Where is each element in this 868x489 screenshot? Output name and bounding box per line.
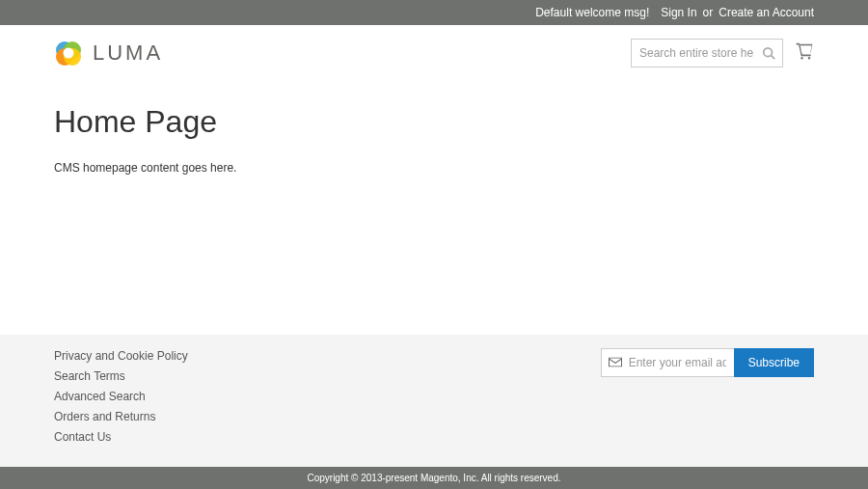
search-button[interactable] (754, 39, 783, 68)
header: LUMA (0, 25, 868, 85)
welcome-message: Default welcome msg! (535, 6, 649, 19)
footer-link-search-terms[interactable]: Search Terms (54, 369, 125, 383)
create-account-link[interactable]: Create an Account (719, 6, 814, 19)
footer-link-privacy[interactable]: Privacy and Cookie Policy (54, 349, 188, 363)
or-separator: or (703, 6, 714, 19)
logo-icon (54, 39, 83, 68)
email-icon (609, 356, 622, 370)
footer-links: Privacy and Cookie Policy Search Terms A… (54, 348, 188, 449)
logo-text: LUMA (93, 41, 163, 66)
subscribe-button[interactable]: Subscribe (734, 348, 814, 377)
footer-link-contact[interactable]: Contact Us (54, 430, 111, 444)
newsletter-form: Subscribe (601, 348, 814, 377)
page-title: Home Page (54, 104, 814, 140)
footer-link-orders-returns[interactable]: Orders and Returns (54, 410, 155, 423)
sign-in-link[interactable]: Sign In (661, 6, 696, 19)
footer: Privacy and Cookie Policy Search Terms A… (0, 335, 868, 467)
logo-link[interactable]: LUMA (54, 39, 163, 68)
footer-link-advanced-search[interactable]: Advanced Search (54, 390, 146, 403)
svg-point-4 (64, 48, 74, 59)
svg-point-5 (764, 48, 773, 57)
main-content: Home Page CMS homepage content goes here… (0, 85, 868, 335)
top-panel: Default welcome msg! Sign In or Create a… (0, 0, 868, 25)
copyright: Copyright © 2013-present Magento, Inc. A… (0, 467, 868, 489)
cms-content: CMS homepage content goes here. (54, 161, 814, 175)
search-box (631, 39, 783, 68)
svg-line-6 (772, 56, 775, 60)
cart-icon (795, 42, 814, 62)
cart-button[interactable] (795, 42, 814, 65)
search-icon (762, 46, 775, 60)
